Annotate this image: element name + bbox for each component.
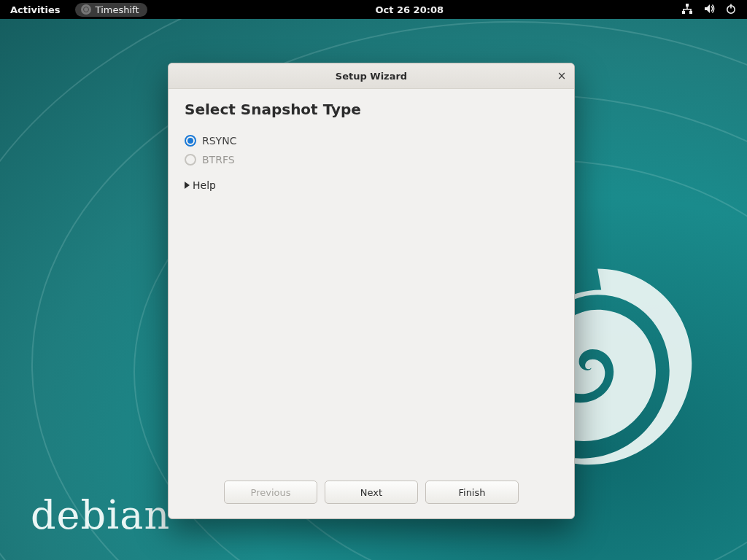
app-menu[interactable]: Timeshift	[75, 3, 148, 17]
network-icon[interactable]	[681, 3, 693, 17]
gnome-top-bar: Activities Timeshift Oct 26 20:08	[0, 0, 747, 19]
dialog-titlebar: Setup Wizard ×	[169, 63, 574, 89]
app-menu-label: Timeshift	[96, 4, 139, 15]
close-button[interactable]: ×	[554, 68, 570, 84]
radio-label-btrfs: BTRFS	[202, 154, 235, 166]
activities-button[interactable]: Activities	[0, 4, 71, 15]
help-expander[interactable]: Help	[185, 179, 558, 191]
close-icon: ×	[557, 69, 567, 82]
volume-icon[interactable]	[703, 3, 715, 17]
desktop: Activities Timeshift Oct 26 20:08 debian	[0, 0, 747, 560]
debian-wordmark: debian	[31, 492, 170, 538]
dialog-title: Setup Wizard	[169, 71, 574, 82]
finish-button[interactable]: Finish	[425, 481, 519, 504]
setup-wizard-dialog: Setup Wizard × Select Snapshot Type RSYN…	[168, 63, 575, 519]
svg-rect-4	[686, 4, 689, 7]
svg-rect-6	[689, 11, 692, 14]
radio-checked-icon	[185, 135, 196, 147]
system-tray[interactable]	[671, 3, 747, 17]
svg-rect-5	[682, 11, 685, 14]
timeshift-app-icon	[81, 4, 91, 15]
next-button[interactable]: Next	[325, 481, 418, 504]
expander-triangle-icon	[185, 182, 190, 189]
radio-unchecked-icon	[185, 154, 196, 166]
dialog-footer: Previous Next Finish	[169, 469, 574, 518]
svg-rect-9	[683, 9, 684, 11]
power-icon[interactable]	[725, 3, 737, 17]
previous-button: Previous	[224, 481, 317, 504]
snapshot-type-btrfs: BTRFS	[185, 150, 558, 169]
dialog-content: Select Snapshot Type RSYNC BTRFS Help	[169, 89, 574, 469]
radio-label-rsync: RSYNC	[202, 135, 236, 147]
page-heading: Select Snapshot Type	[185, 101, 558, 118]
snapshot-type-rsync[interactable]: RSYNC	[185, 131, 558, 150]
svg-rect-12	[730, 4, 732, 8]
svg-rect-8	[683, 9, 692, 10]
clock[interactable]: Oct 26 20:08	[376, 4, 444, 15]
svg-rect-10	[690, 9, 692, 11]
help-label: Help	[193, 179, 216, 191]
